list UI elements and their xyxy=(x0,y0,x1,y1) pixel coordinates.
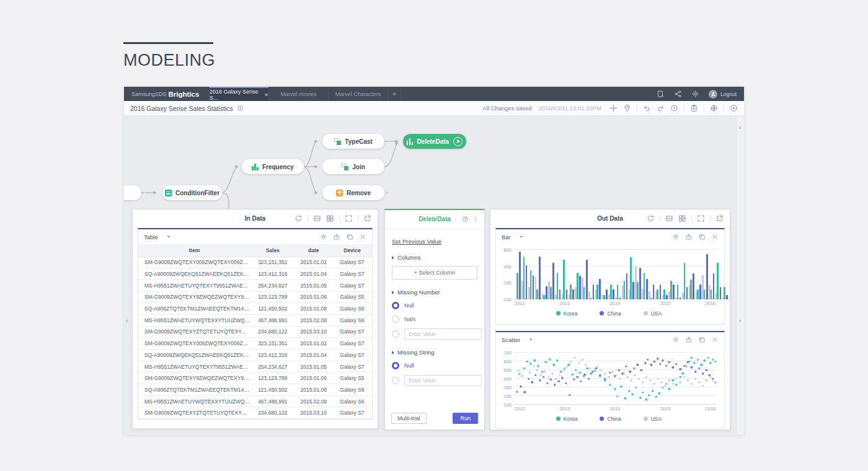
run-button[interactable]: Run xyxy=(453,413,478,424)
move-icon[interactable] xyxy=(609,104,618,112)
radio-selected[interactable] xyxy=(392,302,399,309)
gear-icon[interactable] xyxy=(691,90,699,98)
close-icon[interactable] xyxy=(711,233,719,240)
copy-icon[interactable] xyxy=(698,336,706,343)
flow-node-typecast[interactable]: TypeCast xyxy=(322,134,384,149)
document-edit-icon[interactable] xyxy=(657,90,665,98)
info-icon[interactable] xyxy=(237,105,244,112)
export-icon[interactable] xyxy=(685,336,693,343)
missing-number-value-option[interactable] xyxy=(392,328,477,340)
flow-canvas[interactable]: ConditionFilter Frequency TypeCast Join … xyxy=(124,116,744,435)
table-card-header: Table xyxy=(138,229,372,244)
app-window: SamsungSDS Brightics 2016 Galaxy Serise … xyxy=(124,87,744,435)
table-row[interactable]: MS-H9551ZWAETUYQTEXYT9551ZWAETUMS-H95...… xyxy=(138,361,372,372)
select-column-button[interactable]: + Select Column xyxy=(392,266,477,280)
caret-right-icon xyxy=(392,351,394,354)
missing-string-null-option[interactable]: Null xyxy=(392,361,477,369)
grid-view-icon[interactable] xyxy=(326,214,334,222)
refresh-icon[interactable] xyxy=(647,214,655,222)
table-row[interactable]: SM-G9009ZWQTEXY009ZWQTEXY009ZWQSM-G9...3… xyxy=(138,338,372,350)
chevron-right-icon[interactable]: › xyxy=(739,318,741,324)
new-tab-button[interactable]: + xyxy=(388,87,401,101)
table-row[interactable]: SQ-A906ZTQTEKTM1ZWAEEQTEKTM144AA906ZT...… xyxy=(138,384,372,396)
chart-legend: KoreaChinaUSA xyxy=(502,309,715,318)
clipboard-icon[interactable] xyxy=(690,104,698,112)
grid-view-icon[interactable] xyxy=(678,214,686,222)
expand-icon[interactable] xyxy=(697,214,705,222)
export-icon[interactable] xyxy=(333,233,340,240)
gear-icon[interactable] xyxy=(320,233,327,240)
legend-item: USA xyxy=(644,310,662,317)
multi-trial-button[interactable]: Multi-trial xyxy=(391,413,427,424)
radio-unselected[interactable] xyxy=(392,377,399,384)
globe-icon[interactable] xyxy=(710,104,718,112)
view-selector[interactable]: Table xyxy=(144,234,171,240)
missing-number-nan-option[interactable]: NaN xyxy=(392,315,477,323)
missing-string-section-label[interactable]: Missing String xyxy=(392,349,477,356)
table-row[interactable]: SM-G9009ZWQTEXY9ZWQEZWQTEXY9TQ-G9009...1… xyxy=(138,291,372,303)
set-previous-value-link[interactable]: Set Previous Value xyxy=(392,238,441,245)
table-row[interactable]: SQ-A90009ZWQEKQ51ZWAEEKQ51ZEKQ51SQ-A9...… xyxy=(138,268,372,280)
out-data-header: Out Data xyxy=(490,209,730,228)
split-view-icon[interactable] xyxy=(313,214,321,222)
radio-unselected[interactable] xyxy=(392,315,399,323)
missing-number-section-label[interactable]: Missing Number xyxy=(392,289,477,296)
tab-marvel-movies[interactable]: Marvel movies xyxy=(268,87,328,101)
table-row[interactable]: MS-H9551ZWAETUYWQTEXXYTUUZWQTTMS-H9...46… xyxy=(138,314,372,326)
flow-node-conditionfilter[interactable]: ConditionFilter xyxy=(162,185,222,200)
table-row[interactable]: SQ-A90009ZWQEKQ51ZWAEEKQ51ZEKQ51SQ-A9...… xyxy=(138,350,372,361)
bar-view-selector[interactable]: Bar xyxy=(502,234,524,240)
flow-node-join[interactable]: Join xyxy=(322,159,384,174)
logout-button[interactable]: Logout xyxy=(709,90,737,99)
open-new-window-icon[interactable] xyxy=(715,214,724,222)
export-icon[interactable] xyxy=(685,233,693,240)
table-row[interactable]: MS-H9551ZWAETUYQTEXYT9551ZWAETU-H9551...… xyxy=(138,280,372,291)
page-title: MODELING xyxy=(123,51,215,70)
close-icon[interactable] xyxy=(711,336,719,343)
run-all-icon[interactable] xyxy=(730,104,738,112)
table-row[interactable]: SM-G9009ZWQTEXYZTQTETUYQTEXYQTEWQTE...23… xyxy=(138,407,372,419)
gear-icon[interactable] xyxy=(672,233,680,240)
gear-icon[interactable] xyxy=(672,336,680,343)
history-icon[interactable] xyxy=(670,104,678,112)
split-view-icon[interactable] xyxy=(665,214,673,222)
table-row[interactable]: SQ-A906ZTQTEKTM1ZWAEEQTEKTM144A906ZTQ...… xyxy=(138,303,372,315)
redo-icon[interactable] xyxy=(657,104,665,112)
pin-icon[interactable] xyxy=(623,104,631,112)
undo-icon[interactable] xyxy=(643,104,651,112)
tab-galaxy-sales[interactable]: 2016 Galaxy Serise S... ✕ xyxy=(209,87,268,101)
columns-section-label[interactable]: Columns xyxy=(392,254,477,261)
tab-close-icon[interactable]: ✕ xyxy=(264,92,268,98)
in-data-header: In Data xyxy=(133,209,378,228)
delete-data-footer: Multi-trial Run xyxy=(391,413,478,424)
missing-number-null-option[interactable]: Null xyxy=(392,301,477,309)
radio-selected[interactable] xyxy=(392,362,399,369)
frequency-icon xyxy=(252,164,259,170)
missing-number-value-input[interactable] xyxy=(404,328,482,340)
copy-icon[interactable] xyxy=(346,233,353,240)
node-run-icon[interactable] xyxy=(453,137,463,146)
copy-icon[interactable] xyxy=(698,233,706,240)
flow-node-remove[interactable]: Remove xyxy=(322,185,384,200)
expand-icon[interactable] xyxy=(345,214,353,222)
missing-string-value-input[interactable] xyxy=(404,375,482,386)
delete-data-panel: DeleteData Set Previous Value Columns + … xyxy=(384,209,485,430)
share-nodes-icon[interactable] xyxy=(674,90,682,98)
table-row[interactable]: SM-G9009ZWQTEXY009ZWQTEXY009ZWQSM-G9...3… xyxy=(138,257,372,268)
open-new-window-icon[interactable] xyxy=(363,214,371,222)
help-icon[interactable] xyxy=(462,216,469,222)
chevron-left-icon[interactable]: ‹ xyxy=(739,125,741,131)
missing-string-value-option[interactable] xyxy=(392,375,477,386)
table-row[interactable]: SM-G9009ZWQTEXY9ZWQEZWQTEXY9TQSM-G9...12… xyxy=(138,372,372,384)
kebab-menu-icon[interactable] xyxy=(472,216,479,222)
flow-node-frequency[interactable]: Frequency xyxy=(242,159,304,174)
table-row[interactable]: MS-H9551ZWAETUYWQTEXXYTUUZWQTTA906ZT...4… xyxy=(138,395,372,407)
refresh-icon[interactable] xyxy=(294,214,303,222)
radio-unselected[interactable] xyxy=(392,330,399,338)
table-row[interactable]: SM-G9009ZWQTEXYZTQTETUYQTEXYQTESM-G9...2… xyxy=(138,326,372,338)
close-icon[interactable] xyxy=(359,233,366,240)
flow-node-stub[interactable] xyxy=(124,185,141,200)
scatter-view-selector[interactable]: Scatter xyxy=(502,337,533,343)
flow-node-deletedata[interactable]: DeleteData xyxy=(403,134,466,149)
tab-marvel-characters[interactable]: Marvel Characters xyxy=(328,87,388,101)
